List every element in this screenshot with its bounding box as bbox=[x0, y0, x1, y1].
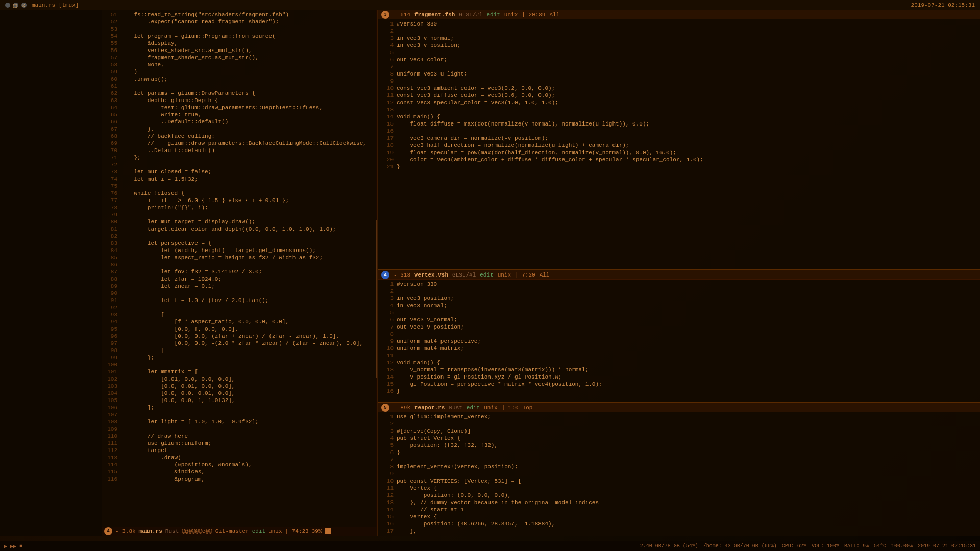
right-middle-all: All bbox=[540, 272, 550, 278]
line-content bbox=[120, 233, 377, 240]
line-number: 15 bbox=[378, 513, 397, 520]
code-line: 99 }; bbox=[102, 354, 377, 361]
right-top-position: | 20:89 bbox=[522, 12, 545, 18]
window-controls-area: — □ × main.rs [tmux] bbox=[5, 2, 79, 8]
sys-disk: /home: 43 GB/70 GB (66%) bbox=[703, 543, 777, 549]
line-content bbox=[120, 411, 377, 418]
minimize-button[interactable]: — bbox=[5, 3, 10, 8]
sys-cpu: CPU: 62% bbox=[782, 543, 806, 549]
line-number: 10 bbox=[378, 478, 397, 485]
line-number: 6 bbox=[378, 316, 397, 323]
code-line: 13 bbox=[378, 106, 980, 113]
right-bottom-all: Top bbox=[523, 405, 533, 411]
right-bottom-pane: 5 - 89k teapot.rs Rust edit unix | 1:0 T… bbox=[378, 403, 980, 536]
line-number: 18 bbox=[378, 142, 397, 149]
code-line: 62 let params = glium::DrawParameters { bbox=[102, 90, 377, 97]
maximize-button[interactable]: □ bbox=[13, 3, 18, 8]
code-line: 19 float specular = pow(max(dot(half_dir… bbox=[378, 149, 980, 156]
right-middle-filename: vertex.vsh bbox=[414, 272, 448, 278]
line-content bbox=[120, 425, 377, 433]
code-line: 3in vec3 v_normal; bbox=[378, 35, 980, 42]
code-line: 115 &indices, bbox=[102, 468, 377, 475]
line-number: 105 bbox=[102, 397, 120, 404]
line-number: 65 bbox=[102, 111, 120, 118]
code-line: 79 bbox=[102, 211, 377, 218]
line-content: let perspective = { bbox=[120, 240, 377, 247]
line-number: 13 bbox=[378, 366, 397, 373]
line-number: 3 bbox=[378, 295, 397, 302]
line-content: in vec3 v_position; bbox=[397, 42, 980, 49]
line-number: 69 bbox=[102, 140, 120, 147]
line-number: 96 bbox=[102, 333, 120, 340]
code-line: 52 .expect("cannot read fragment shader"… bbox=[102, 18, 377, 26]
line-number: 113 bbox=[102, 454, 120, 461]
line-content: uniform vec3 u_light; bbox=[397, 70, 980, 78]
code-line: 102 [0.01, 0.0, 0.0, 0.0], bbox=[102, 375, 377, 383]
code-line: 113 .draw( bbox=[102, 454, 377, 461]
line-number: 109 bbox=[102, 425, 120, 433]
sys-fwd-btn[interactable]: ▶▶ bbox=[10, 543, 16, 549]
line-content: let znear = 0.1; bbox=[120, 283, 377, 290]
right-top-pane-number: 3 bbox=[381, 11, 389, 19]
left-scroll-track[interactable] bbox=[376, 10, 377, 536]
line-content: // glium::draw_parameters::BackfaceCulli… bbox=[120, 140, 377, 147]
line-content: }, bbox=[120, 126, 377, 133]
left-markers: @@@@@@e@@ bbox=[182, 528, 212, 534]
right-top-filename: fragment.fsh bbox=[414, 12, 455, 18]
code-line: 5 position: (f32, f32, f32), bbox=[378, 442, 980, 449]
line-content: let (width, height) = target.get_dimensi… bbox=[120, 247, 377, 254]
sys-stop-btn[interactable]: ■ bbox=[19, 543, 22, 549]
line-number: 92 bbox=[102, 304, 120, 311]
line-number: 8 bbox=[378, 463, 397, 470]
line-number: 82 bbox=[102, 233, 120, 240]
line-content bbox=[397, 63, 980, 70]
right-pane: 3 - 614 fragment.fsh GLSL/#l edit unix |… bbox=[378, 10, 980, 536]
line-content: } bbox=[397, 388, 980, 395]
right-middle-pane-number: 4 bbox=[381, 271, 389, 279]
line-number: 15 bbox=[378, 120, 397, 128]
line-content bbox=[397, 470, 980, 478]
line-content bbox=[397, 352, 980, 359]
sys-temp: 54°C bbox=[874, 543, 886, 549]
line-content: Vertex { bbox=[397, 485, 980, 492]
code-line: 114 (&positions, &normals), bbox=[102, 461, 377, 468]
line-content bbox=[120, 83, 377, 90]
code-line: 65 write: true, bbox=[102, 111, 377, 118]
code-line: 9 bbox=[378, 78, 980, 85]
right-top-lang: GLSL/#l bbox=[459, 12, 482, 18]
left-scroll-thumb[interactable] bbox=[376, 220, 377, 378]
code-line: 86 bbox=[102, 261, 377, 268]
sys-batt: BATT: 9% bbox=[844, 543, 869, 549]
right-middle-lang: GLSL/#l bbox=[452, 272, 476, 278]
line-content: // draw here bbox=[120, 433, 377, 440]
close-button[interactable]: × bbox=[21, 3, 27, 8]
code-line: 10pub const VERTICES: [Vertex; 531] = [ bbox=[378, 478, 980, 485]
window-controls[interactable]: — □ × bbox=[5, 3, 27, 8]
editor-container: 51 fs::read_to_string("src/shaders/fragm… bbox=[102, 10, 980, 536]
line-content bbox=[120, 26, 377, 33]
code-line: 14void main() { bbox=[378, 113, 980, 120]
right-bottom-line-count: - 89k bbox=[394, 405, 410, 411]
line-number: 4 bbox=[378, 302, 397, 309]
line-content: position: (40.6266, 28.3457, -1.18884), bbox=[397, 520, 980, 528]
left-pane-number: 4 bbox=[104, 527, 112, 535]
line-number: 14 bbox=[378, 113, 397, 120]
code-line: 69 // glium::draw_parameters::BackfaceCu… bbox=[102, 140, 377, 147]
line-number: 78 bbox=[102, 204, 120, 211]
line-content: [f * aspect_ratio, 0.0, 0.0, 0.0], bbox=[120, 318, 377, 325]
line-number: 12 bbox=[378, 99, 397, 106]
line-content: }; bbox=[120, 354, 377, 361]
line-number: 57 bbox=[102, 54, 120, 61]
sys-play-btn[interactable]: ▶ bbox=[4, 543, 7, 549]
line-number: 71 bbox=[102, 154, 120, 161]
line-content: fragment_shader_src.as_mut_str(), bbox=[120, 54, 377, 61]
code-line: 13 v_normal = transpose(inverse(mat3(mat… bbox=[378, 366, 980, 373]
code-line: 96 [0.0, 0.0, (zfar + znear) / (zfar - z… bbox=[102, 333, 377, 340]
code-line: 93 [ bbox=[102, 311, 377, 318]
line-content bbox=[120, 290, 377, 297]
line-content: uniform mat4 perspective; bbox=[397, 338, 980, 345]
right-bottom-encoding: unix bbox=[484, 405, 497, 411]
line-content bbox=[397, 78, 980, 85]
line-number: 81 bbox=[102, 226, 120, 233]
code-line: 64 test: glium::draw_parameters::DepthTe… bbox=[102, 104, 377, 111]
